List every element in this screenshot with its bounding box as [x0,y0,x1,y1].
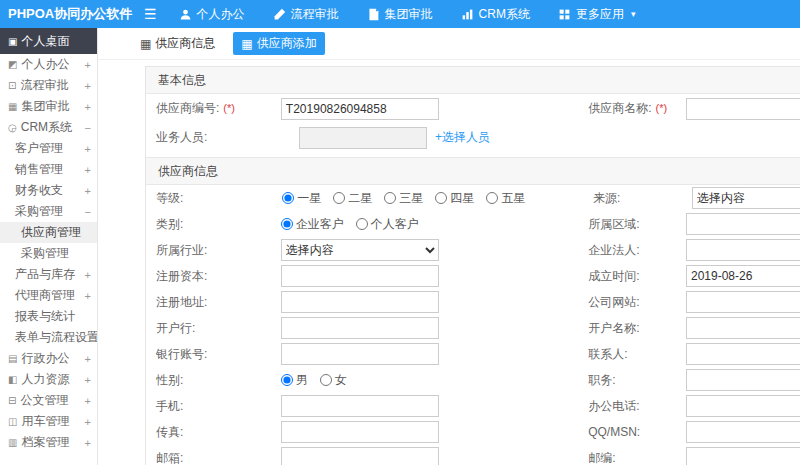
form-row: 开户行: 开户名称: [146,315,800,341]
sidebar-item-purchase-mgmt[interactable]: 采购管理 [0,243,97,264]
field-label: 公司网站: [588,294,686,311]
source-select[interactable]: 选择内容 [692,187,800,209]
account-name-input[interactable] [686,317,800,339]
level-radio [282,192,294,204]
field-label: 企业法人: [588,242,686,259]
bank-account-input[interactable] [281,343,439,365]
sidebar-item-form-flow-settings[interactable]: 表单与流程设置 + [0,327,97,348]
nav-item-crm[interactable]: CRM系统 [461,6,530,23]
reg-address-input[interactable] [281,291,439,313]
website-input[interactable] [686,291,800,313]
fax-input[interactable] [281,421,439,443]
sidebar-item-customer-mgmt[interactable]: 客户管理 + [0,138,97,159]
section-header-basic: 基本信息 [146,67,800,94]
supplier-add-form: 基本信息 供应商编号:(*) 供应商名称:(*) 业务人员: +选择人员 供应商… [145,66,800,465]
field-label: 成立时间: [588,268,686,285]
field-label: 类别: [156,216,281,233]
nav-item-personal-office[interactable]: 个人办公 [179,6,245,23]
sidebar-item-hr[interactable]: ◧ 人力资源 + [0,369,97,390]
form-row: 传真: QQ/MSN: [146,419,800,445]
sidebar-item-personal-office[interactable]: ◩ 个人办公 + [0,54,97,75]
required-mark: (*) [656,102,668,114]
sidebar-item-reports[interactable]: 报表与统计 [0,306,97,327]
nav-item-more-apps[interactable]: 更多应用 ▾ [558,6,636,23]
staff-input[interactable] [299,127,427,149]
supplier-name-input[interactable] [686,98,800,120]
position-input[interactable] [686,369,800,391]
sidebar-item-desktop[interactable]: ▣ 个人桌面 [0,28,97,54]
sidebar-item-agent-mgmt[interactable]: 代理商管理 + [0,285,97,306]
supplier-no-input[interactable] [281,98,439,120]
nav-item-group-approval[interactable]: 集团审批 [367,6,433,23]
level-radio [384,192,396,204]
gender-radio-option[interactable]: 男 [281,372,308,389]
contact-input[interactable] [686,343,800,365]
field-label: 注册资本: [156,268,281,285]
nav-item-workflow-approval[interactable]: 流程审批 [273,6,339,23]
legal-person-input[interactable] [686,239,800,261]
zip-input[interactable] [686,447,800,465]
form-row: 所属行业: 选择内容 企业法人: [146,237,800,263]
founded-input[interactable] [686,265,800,287]
field-label: 供应商名称:(*) [588,100,686,117]
expand-icon: + [85,143,91,155]
field-label: 供应商编号:(*) [156,100,281,117]
expand-icon: + [85,269,91,281]
level-radio-option[interactable]: 三星 [384,190,423,207]
tab-supplier-info[interactable]: ▦ 供应商信息 [132,32,223,55]
choose-staff-link[interactable]: +选择人员 [435,129,490,146]
field-label: 银行账号: [156,346,281,363]
level-radio-option[interactable]: 四星 [435,190,474,207]
reg-capital-input[interactable] [281,265,439,287]
gender-radio-option[interactable]: 女 [320,372,347,389]
level-radio-option[interactable]: 一星 [282,190,321,207]
gender-radio [320,374,332,386]
sidebar-item-crm[interactable]: ◶ CRM系统 − [0,117,97,138]
level-radio-option[interactable]: 二星 [333,190,372,207]
table-icon: ▦ [140,37,151,51]
expand-icon: + [85,416,91,428]
sidebar-item-vehicle-mgmt[interactable]: ◫ 用车管理 + [0,411,97,432]
form-row: 注册资本: 成立时间: [146,263,800,289]
qq-input[interactable] [686,421,800,443]
sidebar-item-finance[interactable]: 财务收支 + [0,180,97,201]
industry-select[interactable]: 选择内容 [281,239,439,261]
form-row: 业务人员: +选择人员 [146,123,800,152]
sidebar-item-product-inventory[interactable]: 产品与库存 + [0,264,97,285]
expand-icon: + [85,290,91,302]
field-label: 邮箱: [156,450,281,465]
sidebar-item-supplier-mgmt[interactable]: 供应商管理 [0,222,97,243]
form-row: 邮箱: 邮编: [146,445,800,465]
office-phone-input[interactable] [686,395,800,417]
sidebar-item-admin-office[interactable]: ▤ 行政办公 + [0,348,97,369]
sidebar-item-group-approval[interactable]: ▦ 集团审批 + [0,96,97,117]
form-row: 等级: 一星 二星 三星 四星 五星 来源: 选择内容 [146,185,800,211]
sidebar-item-sales-mgmt[interactable]: 销售管理 + [0,159,97,180]
hamburger-menu-icon[interactable]: ☰ [144,0,157,28]
sidebar-item-archive-mgmt[interactable]: ▥ 档案管理 + [0,432,97,453]
field-label: 开户行: [156,320,281,337]
category-radio [281,218,293,230]
form-row: 类别: 企业客户 个人客户 所属区域: [146,211,800,237]
level-radio-group: 一星 二星 三星 四星 五星 [282,190,593,207]
field-label: 开户名称: [588,320,686,337]
admin-office-icon: ▤ [8,353,17,364]
field-label: 注册地址: [156,294,281,311]
level-radio-option[interactable]: 五星 [486,190,525,207]
table-add-icon: ▦ [241,37,252,51]
sidebar-item-document-mgmt[interactable]: ⊟ 公文管理 + [0,390,97,411]
collapse-icon: − [85,206,91,218]
category-radio-option[interactable]: 个人客户 [356,216,419,233]
mobile-input[interactable] [281,395,439,417]
category-radio-option[interactable]: 企业客户 [281,216,344,233]
region-input[interactable] [686,213,800,235]
sidebar-item-workflow-approval[interactable]: ⊡ 流程审批 + [0,75,97,96]
field-label: 邮编: [588,450,686,465]
email-input[interactable] [281,447,439,465]
sidebar-item-procurement-mgmt[interactable]: 采购管理 − [0,201,97,222]
field-label: 所属区域: [588,216,686,233]
tab-supplier-add[interactable]: ▦ 供应商添加 [233,32,324,55]
desktop-icon: ▣ [8,36,17,47]
pencil-icon [273,8,286,21]
bank-input[interactable] [281,317,439,339]
